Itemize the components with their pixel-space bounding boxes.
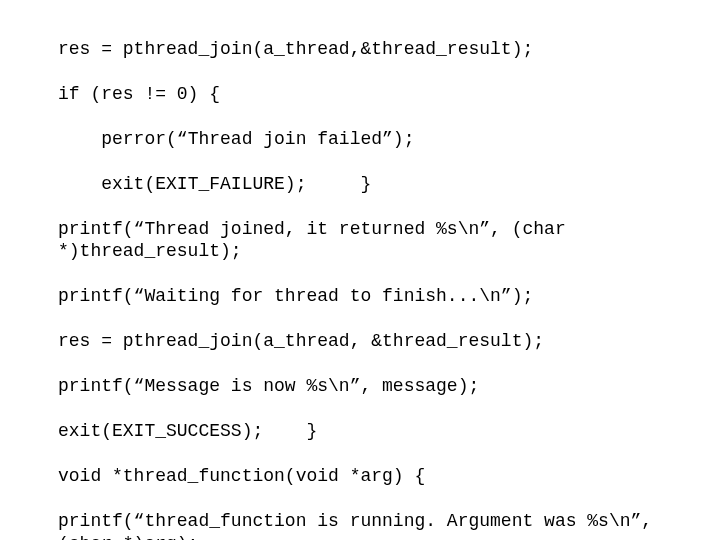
code-line: res = pthread_join(a_thread, &thread_res… [58, 330, 678, 353]
code-line: if (res != 0) { [58, 83, 678, 106]
code-line: printf(“Thread joined, it returned %s\n”… [58, 218, 678, 263]
code-line: printf(“Message is now %s\n”, message); [58, 375, 678, 398]
code-line: printf(“Waiting for thread to finish...\… [58, 285, 678, 308]
code-line: exit(EXIT_SUCCESS); } [58, 420, 678, 443]
code-line: void *thread_function(void *arg) { [58, 465, 678, 488]
code-block: res = pthread_join(a_thread,&thread_resu… [58, 15, 678, 540]
code-line: printf(“thread_function is running. Argu… [58, 510, 678, 540]
code-line: perror(“Thread join failed”); [58, 128, 678, 151]
code-line: res = pthread_join(a_thread,&thread_resu… [58, 38, 678, 61]
code-line: exit(EXIT_FAILURE); } [58, 173, 678, 196]
